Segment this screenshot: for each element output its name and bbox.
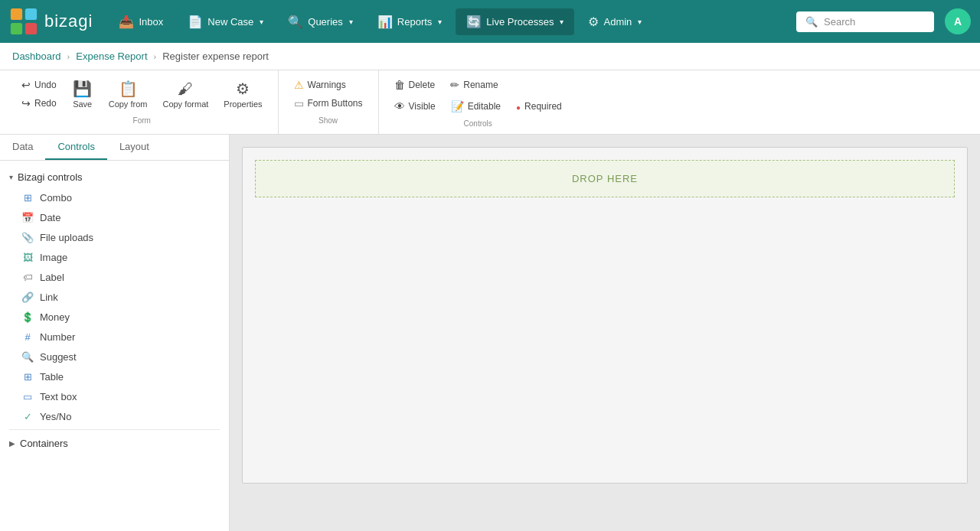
link-label: Link	[40, 292, 58, 303]
delete-button[interactable]: Delete	[388, 77, 442, 93]
svg-rect-1	[25, 8, 37, 20]
image-icon: 🖼	[21, 251, 34, 263]
table-icon: ⊞	[21, 370, 34, 383]
visible-button[interactable]: Visible	[388, 98, 442, 115]
required-button[interactable]: Required	[510, 98, 568, 115]
form-buttons-icon	[294, 97, 304, 109]
editable-button[interactable]: Editable	[445, 98, 507, 115]
drop-zone[interactable]: DROP HERE	[255, 160, 955, 197]
search-box[interactable]: 🔍 Search	[796, 11, 934, 32]
logo[interactable]: bizagi	[9, 7, 93, 36]
copy-format-label: Copy format	[162, 99, 208, 109]
reports-caret-icon: ▾	[438, 18, 442, 26]
label-label: Label	[40, 272, 64, 283]
properties-button[interactable]: Properties	[217, 77, 268, 112]
copy-from-label: Copy from	[109, 99, 148, 109]
date-label: Date	[40, 212, 60, 223]
control-number[interactable]: # Number	[15, 327, 229, 347]
bizagi-controls-items: ⊞ Combo 📅 Date 📎 File uploads 🖼 Image 🏷	[0, 187, 229, 426]
save-label: Save	[73, 99, 92, 109]
nav-queries[interactable]: 🔍 Queries ▾	[277, 8, 364, 35]
rename-label: Rename	[463, 80, 498, 90]
svg-rect-0	[11, 8, 22, 20]
nav-reports-label: Reports	[397, 16, 433, 28]
form-buttons-button[interactable]: Form Buttons	[288, 95, 369, 112]
controls-group-label: Controls	[388, 119, 568, 128]
drop-here-text: DROP HERE	[572, 173, 638, 184]
tab-layout[interactable]: Layout	[107, 135, 162, 160]
control-money[interactable]: 💲 Money	[15, 307, 229, 327]
number-label: Number	[40, 331, 75, 343]
suggest-icon: 🔍	[21, 350, 34, 363]
control-file-uploads[interactable]: 📎 File uploads	[15, 227, 229, 247]
date-icon: 📅	[21, 211, 34, 223]
control-image[interactable]: 🖼 Image	[15, 247, 229, 267]
live-processes-caret-icon: ▾	[560, 18, 564, 26]
rename-button[interactable]: Rename	[444, 77, 504, 93]
tab-data[interactable]: Data	[0, 135, 45, 160]
yes-no-icon: ✓	[21, 410, 34, 422]
breadcrumb-expense-report[interactable]: Expense Report	[76, 50, 147, 62]
text-box-icon: ▭	[21, 390, 34, 402]
save-icon	[73, 80, 92, 98]
copy-from-button[interactable]: Copy from	[103, 77, 154, 112]
warnings-button[interactable]: Warnings	[288, 77, 369, 93]
containers-section[interactable]: ▶ Containers	[0, 433, 229, 454]
left-panel: Data Controls Layout ▾ Bizagi controls ⊞…	[0, 135, 230, 531]
avatar[interactable]: A	[945, 8, 971, 34]
control-link[interactable]: 🔗 Link	[15, 287, 229, 307]
control-suggest[interactable]: 🔍 Suggest	[15, 347, 229, 366]
control-table[interactable]: ⊞ Table	[15, 366, 229, 386]
form-canvas[interactable]: DROP HERE	[242, 147, 968, 484]
control-label[interactable]: 🏷 Label	[15, 267, 229, 287]
design-area[interactable]: DROP HERE	[230, 135, 980, 531]
control-text-box[interactable]: ▭ Text box	[15, 386, 229, 406]
queries-icon: 🔍	[288, 15, 303, 29]
rename-icon	[450, 79, 459, 91]
nav-new-case-label: New Case	[207, 16, 253, 28]
toolbar-controls-group: Delete Rename Visible Editable	[379, 70, 577, 134]
undo-label: Undo	[34, 80, 57, 90]
link-icon: 🔗	[21, 291, 34, 303]
bizagi-controls-section[interactable]: ▾ Bizagi controls	[0, 167, 229, 187]
breadcrumb-sep-1: ›	[67, 52, 70, 61]
file-uploads-icon: 📎	[21, 231, 34, 243]
control-date[interactable]: 📅 Date	[15, 207, 229, 227]
delete-icon	[394, 79, 405, 91]
copy-from-icon	[119, 80, 138, 98]
properties-label: Properties	[224, 99, 262, 109]
redo-button[interactable]: Redo	[15, 95, 63, 112]
combo-label: Combo	[40, 192, 72, 204]
nav-reports[interactable]: 📊 Reports ▾	[367, 8, 453, 35]
admin-caret-icon: ▾	[638, 18, 642, 26]
visible-label: Visible	[409, 101, 436, 112]
delete-label: Delete	[409, 80, 436, 90]
nav-new-case[interactable]: 📄 New Case ▾	[177, 8, 274, 35]
required-label: Required	[524, 101, 562, 112]
yes-no-label: Yes/No	[40, 411, 71, 422]
containers-label: Containers	[20, 438, 68, 449]
nav-admin-label: Admin	[603, 16, 632, 28]
live-processes-icon: 🔄	[466, 15, 482, 29]
control-yes-no[interactable]: ✓ Yes/No	[15, 406, 229, 426]
controls-tree: ▾ Bizagi controls ⊞ Combo 📅 Date 📎 File …	[0, 161, 229, 460]
svg-rect-2	[11, 23, 22, 34]
undo-icon	[21, 79, 31, 91]
nav-live-processes[interactable]: 🔄 Live Processes ▾	[456, 8, 574, 35]
combo-icon: ⊞	[21, 191, 34, 204]
warnings-icon	[294, 79, 304, 91]
copy-format-button[interactable]: Copy format	[156, 77, 214, 112]
tab-controls[interactable]: Controls	[45, 135, 106, 160]
nav-inbox[interactable]: 📥 Inbox	[108, 8, 174, 35]
save-button[interactable]: Save	[66, 77, 100, 112]
show-group-label: Show	[288, 116, 369, 125]
properties-icon	[236, 80, 250, 98]
nav-admin[interactable]: ⚙ Admin ▾	[577, 8, 652, 35]
control-combo[interactable]: ⊞ Combo	[15, 187, 229, 207]
undo-button[interactable]: Undo	[15, 77, 63, 93]
breadcrumb-sep-2: ›	[154, 52, 157, 61]
copy-format-icon	[178, 80, 193, 98]
breadcrumb-current: Register expense report	[162, 50, 269, 62]
breadcrumb-dashboard[interactable]: Dashboard	[12, 50, 61, 62]
toolbar-form-group: Undo Redo Save Copy from Copy format	[6, 70, 279, 134]
